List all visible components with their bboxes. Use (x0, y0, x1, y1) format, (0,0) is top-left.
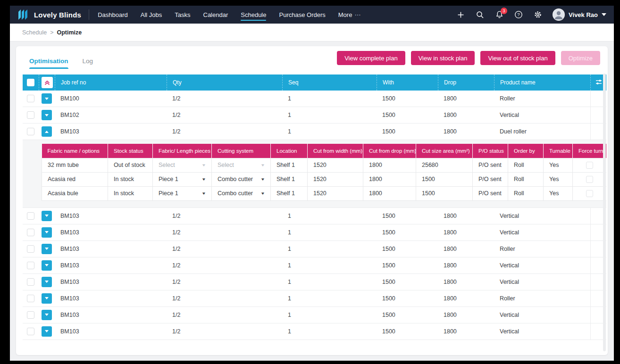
cell-with: 1500 (377, 307, 438, 323)
row-expander-button[interactable] (42, 227, 52, 238)
col-qty[interactable]: Qty (167, 74, 282, 91)
table-row: BM100 1/2 1 1500 1800 Roller (23, 91, 606, 107)
help-button[interactable]: ? (514, 10, 523, 19)
row-checkbox[interactable] (27, 128, 34, 135)
row-expander-button[interactable] (42, 310, 52, 320)
column-settings-icon[interactable] (595, 78, 603, 86)
force-turn-checkbox[interactable] (586, 176, 593, 183)
cell-product-name: Roller (494, 91, 590, 107)
col-with[interactable]: With (377, 74, 438, 91)
length-pieces-select[interactable]: Piece 1▼ (159, 190, 206, 197)
cell-turnable: Yes (544, 186, 573, 200)
user-menu[interactable]: Vivek Rao (553, 8, 606, 21)
tab-log[interactable]: Log (83, 53, 93, 69)
length-pieces-select[interactable]: Piece 1▼ (159, 176, 206, 182)
force-turn-checkbox[interactable] (586, 190, 593, 197)
cell-seq: 1 (282, 124, 377, 140)
nav-item-schedule[interactable]: Schedule (241, 6, 266, 24)
row-expander-button[interactable] (42, 244, 52, 254)
fabric-col-p-o-status: P/O status (473, 144, 508, 158)
brand[interactable]: Lovely Blinds (17, 9, 81, 20)
search-button[interactable] (475, 10, 485, 19)
breadcrumb-parent[interactable]: Schedule (22, 29, 47, 36)
notifications-button[interactable]: 3 (494, 10, 504, 19)
cell-cut-from-width: 1520 (308, 186, 363, 200)
collapse-all-button[interactable] (42, 77, 53, 88)
fabric-detail-panel: Fabric name / optionsStock statusFabric/… (23, 140, 606, 207)
row-checkbox[interactable] (27, 95, 34, 102)
view-in-stock-plan-button[interactable]: View in stock plan (411, 51, 475, 65)
nav-item-purchase-orders[interactable]: Purchase Orders (279, 6, 325, 24)
row-expander-button[interactable] (42, 126, 52, 137)
add-button[interactable] (456, 10, 465, 19)
tab-optimisation[interactable]: Optimisation (29, 53, 68, 69)
cell-qty: 1/2 (167, 91, 282, 107)
force-turn-checkbox[interactable] (586, 162, 593, 169)
col-drop[interactable]: Drop (438, 74, 494, 91)
row-expander-button[interactable] (42, 293, 52, 304)
row-expander-cell (39, 290, 55, 307)
settings-button[interactable] (533, 10, 543, 19)
vertical-scrollbar[interactable] (603, 74, 606, 351)
row-checkbox[interactable] (27, 212, 34, 220)
cell-with: 1500 (377, 241, 438, 257)
action-buttons: View complete planView in stock planView… (337, 51, 600, 69)
top-navbar: Lovely Blinds DashboardAll JobsTasksCale… (10, 6, 614, 24)
select-all-checkbox[interactable] (27, 79, 34, 86)
table-row: BM103 1/2 1 1500 1800 Roller (23, 241, 606, 257)
breadcrumb: Schedule > Optimize (10, 24, 614, 41)
brand-name: Lovely Blinds (34, 11, 81, 19)
cell-with: 1500 (377, 224, 438, 241)
cell-job-ref: BM103 (55, 208, 167, 224)
cell-po-status: P/O sent (473, 158, 508, 172)
nav-item-dashboard[interactable]: Dashboard (98, 6, 128, 24)
cutting-system-select[interactable]: Combo cutter▼ (218, 190, 265, 197)
table-row: BM103 1/2 1 1500 1800 Vertical (23, 307, 606, 323)
cell-with: 1500 (377, 257, 438, 274)
row-expander-button[interactable] (42, 211, 52, 221)
row-expander-button[interactable] (42, 93, 52, 104)
optimize-button[interactable]: Optimize (561, 51, 600, 65)
chevron-icon (45, 297, 49, 299)
cell-drop: 1800 (438, 107, 494, 124)
row-checkbox[interactable] (27, 262, 34, 269)
row-checkbox[interactable] (27, 111, 34, 119)
row-checkbox[interactable] (27, 328, 34, 335)
cell-job-ref: BM103 (55, 257, 167, 274)
nav-items: DashboardAll JobsTasksCalendarSchedulePu… (98, 6, 361, 24)
row-checkbox[interactable] (27, 229, 34, 236)
row-checkbox[interactable] (27, 245, 34, 253)
view-complete-plan-button[interactable]: View complete plan (337, 51, 405, 65)
row-checkbox[interactable] (27, 311, 34, 319)
col-job-ref[interactable]: Job ref no (55, 74, 167, 91)
nav-item-all-jobs[interactable]: All Jobs (141, 6, 162, 24)
nav-item-calendar[interactable]: Calendar (203, 6, 228, 24)
fabric-row: Acasia red In stock Piece 1▼ Combo cutte… (42, 172, 607, 186)
row-expander-cell (39, 274, 55, 290)
cutting-system-select[interactable]: Select▼ (218, 162, 265, 168)
nav-item-tasks[interactable]: Tasks (175, 6, 190, 24)
row-expander-button[interactable] (42, 277, 52, 287)
cell-force-turn (573, 186, 607, 200)
cell-order-by: Roll (508, 186, 544, 200)
nav-item-more[interactable]: More⋯ (338, 6, 361, 24)
select-caret-icon: ▼ (260, 163, 265, 167)
cell-cut-from-drop: 1800 (363, 172, 416, 186)
fabric-col-cut-from-drop-mm-: Cut from drop (mm) (363, 144, 416, 158)
chevron-icon (45, 131, 49, 133)
cell-order-by: Roll (508, 158, 544, 172)
col-seq[interactable]: Seq (282, 74, 377, 91)
cutting-system-select[interactable]: Combo cutter▼ (218, 176, 265, 182)
row-expander-button[interactable] (42, 326, 52, 337)
row-expander-button[interactable] (42, 260, 52, 271)
fabric-col-order-by: Order by (508, 144, 544, 158)
row-expander-button[interactable] (42, 110, 52, 120)
search-icon (476, 11, 484, 19)
length-pieces-select[interactable]: Select▼ (159, 162, 206, 168)
row-checkbox[interactable] (27, 295, 34, 302)
col-product-name[interactable]: Product name (494, 74, 590, 91)
cell-drop: 1800 (438, 208, 494, 224)
view-out-of-stock-plan-button[interactable]: View out of stock plan (480, 51, 555, 65)
plus-icon (457, 11, 464, 18)
row-checkbox[interactable] (27, 278, 34, 286)
